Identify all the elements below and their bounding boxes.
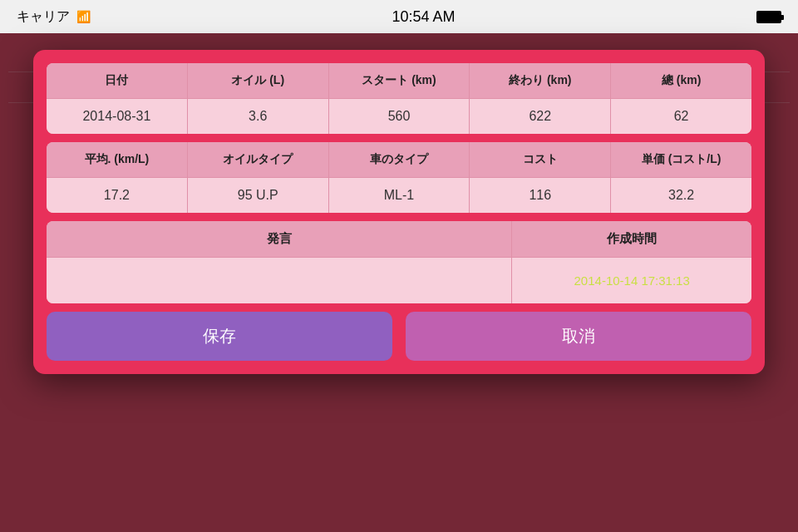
cell-cartype: ML-1	[329, 178, 470, 213]
col-oil-header: オイル (L)	[188, 63, 329, 98]
note-col2-header: 作成時間	[512, 221, 751, 257]
table-section-1: 日付 オイル (L) スタート (km) 終わり (km) 總 (km) 201…	[47, 63, 751, 134]
cell-date: 2014-08-31	[47, 99, 188, 134]
cell-oil: 3.6	[188, 99, 329, 134]
time-display: 10:54 AM	[392, 8, 455, 26]
col-unitprice-header: 単価 (コスト/L)	[611, 142, 751, 177]
note-data-row: 2014-10-14 17:31:13	[47, 258, 751, 303]
note-timestamp-cell: 2014-10-14 17:31:13	[512, 258, 751, 303]
table2-data-row: 17.2 95 U.P ML-1 116 32.2	[47, 178, 751, 213]
col-total-header: 總 (km)	[611, 63, 751, 98]
note-comment-cell	[47, 258, 512, 303]
modal-overlay: 日付 オイル (L) スタート (km) 終わり (km) 總 (km) 201…	[0, 33, 798, 532]
col-avg-header: 平均. (km/L)	[47, 142, 188, 177]
cell-end: 622	[470, 99, 611, 134]
note-col1-header: 発言	[47, 221, 512, 257]
carrier-label: キャリア	[17, 8, 70, 26]
cell-unitprice: 32.2	[611, 178, 751, 213]
status-left: キャリア 📶	[17, 8, 91, 26]
table2-header-row: 平均. (km/L) オイルタイプ 車のタイプ コスト 単価 (コスト/L)	[47, 142, 751, 178]
table1-data-row: 2014-08-31 3.6 560 622 62	[47, 99, 751, 134]
cancel-button[interactable]: 取消	[406, 312, 751, 361]
status-right	[756, 11, 781, 23]
table-section-2: 平均. (km/L) オイルタイプ 車のタイプ コスト 単価 (コスト/L) 1…	[47, 142, 751, 213]
col-start-header: スタート (km)	[329, 63, 470, 98]
table1-header-row: 日付 オイル (L) スタート (km) 終わり (km) 總 (km)	[47, 63, 751, 99]
col-date-header: 日付	[47, 63, 188, 98]
col-oiltype-header: オイルタイプ	[188, 142, 329, 177]
button-row: 保存 取消	[47, 312, 751, 361]
cell-avg: 17.2	[47, 178, 188, 213]
modal-dialog: 日付 オイル (L) スタート (km) 終わり (km) 總 (km) 201…	[33, 50, 765, 374]
save-button[interactable]: 保存	[47, 312, 392, 361]
cell-start: 560	[329, 99, 470, 134]
col-cartype-header: 車のタイプ	[329, 142, 470, 177]
wifi-icon: 📶	[76, 10, 91, 23]
col-end-header: 終わり (km)	[470, 63, 611, 98]
note-header-row: 発言 作成時間	[47, 221, 751, 258]
battery-icon	[756, 11, 781, 23]
cell-oiltype: 95 U.P	[188, 178, 329, 213]
cell-total: 62	[611, 99, 751, 134]
cell-cost: 116	[470, 178, 611, 213]
note-section: 発言 作成時間 2014-10-14 17:31:13	[47, 221, 751, 303]
status-bar: キャリア 📶 10:54 AM	[0, 0, 798, 33]
col-cost-header: コスト	[470, 142, 611, 177]
